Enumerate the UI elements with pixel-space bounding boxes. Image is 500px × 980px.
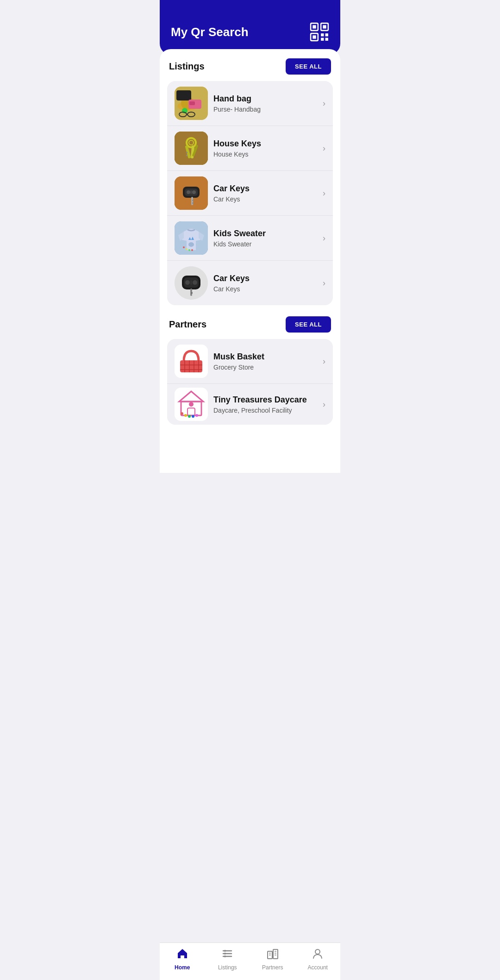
handbag-image-svg [175,87,208,120]
main-content: Listings SEE ALL [160,49,340,473]
listing-item-text: Car Keys Car Keys [208,184,323,203]
partner-item-title: Tiny Treasures Daycare [213,395,317,405]
listing-item-title: Car Keys [213,184,317,194]
svg-rect-13 [176,90,191,101]
basket-image-svg [175,345,208,378]
svg-point-45 [191,249,193,251]
listing-item-title: Car Keys [213,274,317,283]
listing-item-subtitle: Kids Sweater [213,240,317,248]
listing-item[interactable]: Hand bag Purse- Handbag › [167,81,333,126]
svg-rect-3 [323,25,326,28]
partners-see-all-button[interactable]: SEE ALL [286,316,331,333]
partner-item[interactable]: Musk Basket Grocery Store › [167,339,333,384]
svg-rect-9 [325,38,328,41]
svg-point-49 [185,280,190,285]
svg-point-41 [188,242,194,247]
daycare-image-svg [175,388,208,421]
svg-point-69 [188,415,191,418]
listings-title: Listings [169,61,205,72]
partner-item-subtitle: Daycare, Preschool Facility [213,407,317,414]
chevron-right-icon: › [323,233,325,243]
svg-point-42 [183,246,185,248]
chevron-right-icon: › [323,144,325,153]
svg-rect-6 [321,33,324,36]
svg-point-32 [187,190,190,194]
svg-point-71 [195,414,198,417]
listing-item-subtitle: Car Keys [213,195,317,203]
listings-see-all-button[interactable]: SEE ALL [286,58,331,75]
chevron-right-icon: › [323,278,325,288]
listing-item-image [175,221,208,255]
listing-item[interactable]: House Keys House Keys › [167,126,333,171]
partners-section-header: Partners SEE ALL [167,316,333,333]
svg-rect-5 [312,35,316,38]
qr-code-icon[interactable] [310,22,329,42]
svg-rect-1 [312,25,316,28]
partners-card: Musk Basket Grocery Store › [167,339,333,425]
listing-item-text: House Keys House Keys [208,139,323,158]
svg-point-70 [192,415,194,418]
svg-rect-8 [321,38,324,41]
svg-rect-15 [189,101,195,105]
svg-point-33 [192,190,196,194]
sweater-image-svg [175,221,208,255]
svg-point-44 [188,249,190,251]
partner-item-title: Musk Basket [213,352,317,362]
listing-item-subtitle: Car Keys [213,285,317,293]
app-title: My Qr Search [171,25,249,39]
listing-item-title: House Keys [213,139,317,149]
listing-item-title: Kids Sweater [213,229,317,239]
housekeys-image-svg [175,132,208,165]
listing-item-text: Kids Sweater Kids Sweater [208,229,323,248]
listing-item-text: Hand bag Purse- Handbag [208,94,323,113]
listing-item-image [175,266,208,300]
listing-item-subtitle: House Keys [213,151,317,158]
partner-item[interactable]: Tiny Treasures Daycare Daycare, Preschoo… [167,384,333,425]
svg-point-43 [186,248,188,250]
chevron-right-icon: › [323,188,325,198]
listing-item-title: Hand bag [213,94,317,104]
svg-rect-7 [325,33,328,36]
listing-item[interactable]: Kids Sweater Kids Sweater › [167,216,333,261]
partner-item-text: Musk Basket Grocery Store [208,352,323,371]
chevron-right-icon: › [323,357,325,366]
listing-item-text: Car Keys Car Keys [208,274,323,293]
carkeys-image-svg [175,176,208,210]
partner-item-text: Tiny Treasures Daycare Daycare, Preschoo… [208,395,323,414]
chevron-right-icon: › [323,400,325,409]
svg-rect-55 [180,360,202,372]
listing-item-image [175,132,208,165]
listing-item-image [175,87,208,120]
svg-point-66 [189,402,194,407]
svg-point-67 [181,412,183,415]
partner-item-image [175,388,208,421]
listing-item-image [175,176,208,210]
listings-section-header: Listings SEE ALL [167,58,333,75]
partner-item-image [175,345,208,378]
partners-title: Partners [169,319,206,330]
svg-point-50 [193,280,197,285]
carkeys2-image-svg [175,266,208,300]
svg-rect-36 [192,200,194,201]
svg-rect-37 [192,202,194,204]
svg-rect-53 [191,292,193,294]
app-header: My Qr Search [160,0,340,55]
chevron-right-icon: › [323,99,325,108]
listing-item[interactable]: Car Keys Car Keys › [167,261,333,305]
partner-item-subtitle: Grocery Store [213,364,317,371]
svg-point-68 [184,414,187,417]
svg-rect-34 [190,190,192,194]
listing-item-subtitle: Purse- Handbag [213,106,317,113]
listings-card: Hand bag Purse- Handbag › [167,81,333,305]
svg-rect-51 [190,280,192,285]
listing-item[interactable]: Car Keys Car Keys › [167,171,333,216]
